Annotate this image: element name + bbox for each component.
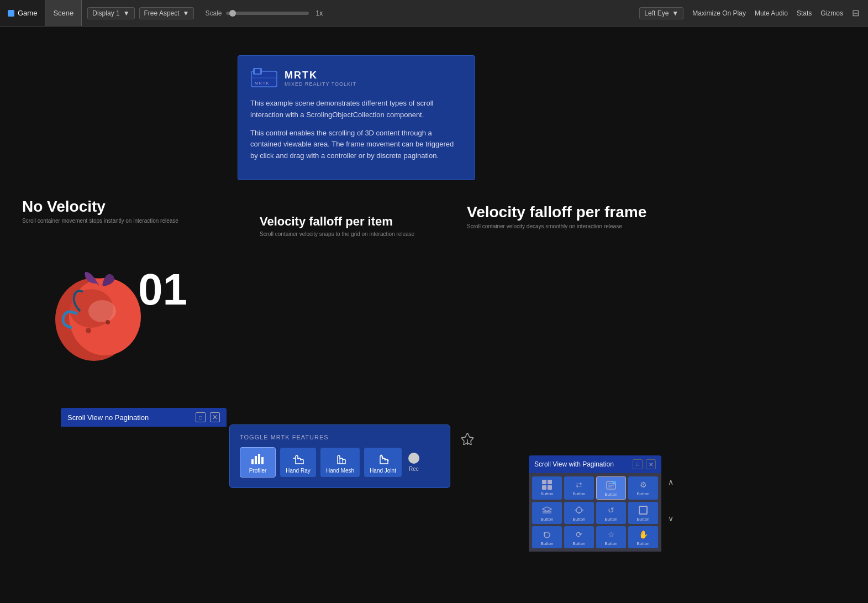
svg-marker-48 <box>461 433 474 445</box>
svg-text:M R T K: M R T K <box>255 81 269 85</box>
spanel-btn-3[interactable]: Button <box>596 476 626 500</box>
vel-falloff-item-title: Velocity falloff per item <box>260 214 414 229</box>
profiler-icon <box>250 452 266 465</box>
pin-icon[interactable] <box>461 433 474 448</box>
chevron-down-icon: ▼ <box>123 9 130 17</box>
toggle-panel-title: TOGGLE MRTK FEATURES <box>240 434 440 441</box>
no-velocity-desc: Scroll container movement stops instantl… <box>22 218 178 224</box>
layers-icon <box>541 505 553 515</box>
svg-point-8 <box>88 300 116 322</box>
refresh-icon: ↺ <box>606 505 617 515</box>
no-velocity-title: No Velocity <box>22 198 178 216</box>
mrtk-logo-text: MRTK MIXED REALITY TOOLKIT <box>285 70 356 87</box>
scale-value: 1x <box>315 9 323 17</box>
hand-mesh-icon <box>333 452 348 465</box>
scale-thumb <box>229 10 236 17</box>
svg-point-10 <box>106 320 110 324</box>
tab-scene[interactable]: Scene <box>45 0 82 26</box>
spanel-header: Scroll View with Pagination □ ✕ <box>529 455 661 473</box>
chevron-down-icon: ▼ <box>183 9 190 17</box>
arrows-icon: ⇄ <box>574 480 585 490</box>
scroll-view-panel: Scroll View no Pagination □ ✕ <box>61 408 227 427</box>
tab-scene-label: Scene <box>53 9 73 17</box>
square-icon <box>638 505 649 515</box>
scale-slider[interactable] <box>226 12 309 15</box>
display-section: Display 1 ▼ Free Aspect ▼ <box>82 0 199 26</box>
toggle-profiler-btn[interactable]: Profiler <box>240 447 276 478</box>
spanel-btn-1[interactable]: Button <box>532 476 562 500</box>
grid-icon <box>541 480 553 490</box>
close-btn[interactable]: ✕ <box>210 412 220 422</box>
gear-icon: ⚙ <box>638 480 649 490</box>
spanel-btn-7[interactable]: ↺ Button <box>596 502 626 524</box>
arrow-up-btn[interactable]: ∧ <box>668 478 674 486</box>
rotate-icon <box>541 529 553 539</box>
svg-rect-39 <box>261 457 264 464</box>
mute-btn[interactable]: Mute Audio <box>755 9 788 17</box>
vel-frame-desc: Scroll container velocity decays smoothl… <box>467 223 646 229</box>
spanel-grid: Button ⇄ Button Button ⚙ Button <box>532 476 658 548</box>
stats-btn[interactable]: Stats <box>797 9 812 17</box>
number-display: 01 <box>138 264 187 315</box>
toggle-hand-ray-btn[interactable]: Hand Ray <box>280 448 316 477</box>
maximize-btn[interactable]: Maximize On Play <box>692 9 746 17</box>
pagination-arrows: ∧ ∨ <box>668 478 674 523</box>
collapse-icon[interactable]: ⊟ <box>852 8 859 18</box>
hand-ray-icon <box>291 452 306 465</box>
svg-point-46 <box>387 460 389 462</box>
toggle-buttons: Profiler Hand Ray Hand Mesh <box>240 447 440 478</box>
svg-point-19 <box>576 507 582 513</box>
svg-rect-2 <box>255 69 260 74</box>
spanel-btn-4[interactable]: ⚙ Button <box>628 476 658 500</box>
svg-rect-37 <box>255 456 257 464</box>
spanel-close-btn[interactable]: ✕ <box>646 459 656 469</box>
vel-frame-title: Velocity falloff per frame <box>467 203 646 221</box>
aspect-select[interactable]: Free Aspect ▼ <box>139 7 194 19</box>
spanel-btn-2[interactable]: ⇄ Button <box>564 476 594 500</box>
spanel-btn-10[interactable]: ⟳ Button <box>564 526 594 548</box>
game-icon <box>8 10 14 17</box>
vel-frame-section: Velocity falloff per frame Scroll contai… <box>467 203 646 235</box>
spanel-btn-11[interactable]: ☆ Button <box>596 526 626 548</box>
vel-falloff-item: Velocity falloff per item Scroll contain… <box>260 214 414 339</box>
hand-icon: ✋ <box>638 529 649 539</box>
spanel-title: Scroll View with Pagination <box>534 460 614 468</box>
toggle-panel: TOGGLE MRTK FEATURES Profiler Hand Ray <box>229 424 450 488</box>
spanel-btn-9[interactable]: Button <box>532 526 562 548</box>
svg-marker-16 <box>543 507 551 511</box>
star-icon: ☆ <box>606 529 617 539</box>
scale-label: Scale <box>205 9 222 17</box>
rec-btn[interactable]: Rec <box>408 453 419 472</box>
toggle-hand-mesh-btn[interactable]: Hand Mesh <box>320 448 360 477</box>
toolbar-right: Left Eye ▼ Maximize On Play Mute Audio S… <box>639 7 868 19</box>
scale-section: Scale 1x <box>199 0 328 26</box>
info-text-1: This example scene demonstrates differen… <box>250 98 462 121</box>
spanel-btns: □ ✕ <box>633 459 656 469</box>
spanel-btn-5[interactable]: Button <box>532 502 562 524</box>
panel-header: Scroll View no Pagination □ ✕ <box>61 408 227 427</box>
spanel-btn-12[interactable]: ✋ Button <box>628 526 658 548</box>
mrtk-logo-row: M R T K MRTK MIXED REALITY TOOLKIT <box>250 67 462 89</box>
arrow-down-btn[interactable]: ∨ <box>668 514 674 523</box>
no-velocity-section: No Velocity Scroll container movement st… <box>22 198 178 232</box>
panel-header-title: Scroll View no Pagination <box>67 413 149 422</box>
minimize-btn[interactable]: □ <box>196 412 206 422</box>
rec-circle-icon <box>408 453 419 464</box>
tab-game[interactable]: Game <box>0 0 45 26</box>
chevron-down-icon: ▼ <box>672 9 678 17</box>
svg-point-9 <box>86 328 91 333</box>
svg-rect-36 <box>251 459 254 464</box>
svg-point-45 <box>385 459 386 460</box>
eye-select[interactable]: Left Eye ▼ <box>639 7 683 19</box>
display-select[interactable]: Display 1 ▼ <box>87 7 134 19</box>
resize-icon <box>574 505 585 515</box>
scroll-pagination-panel: Scroll View with Pagination □ ✕ Button <box>529 455 661 552</box>
gizmos-btn[interactable]: Gizmos <box>820 9 843 17</box>
toggle-hand-joint-btn[interactable]: Hand Joint <box>364 448 402 477</box>
spanel-btn-6[interactable]: Button <box>564 502 594 524</box>
spanel-min-btn[interactable]: □ <box>633 459 643 469</box>
svg-point-43 <box>381 455 382 457</box>
mrtk-logo-icon: M R T K <box>250 67 278 89</box>
hand-joint-icon <box>375 452 391 465</box>
spanel-btn-8[interactable]: Button <box>628 502 658 524</box>
